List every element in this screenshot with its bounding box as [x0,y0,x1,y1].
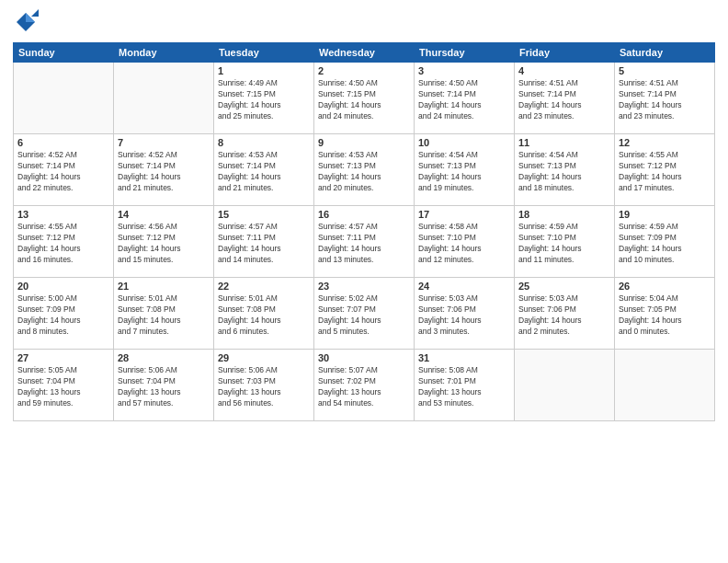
day-number: 6 [17,137,109,148]
day-info: Sunrise: 4:50 AM Sunset: 7:15 PM Dayligh… [318,78,410,122]
day-number: 3 [418,65,510,76]
logo [13,9,42,35]
week-row-2: 6Sunrise: 4:52 AM Sunset: 7:14 PM Daylig… [14,134,715,206]
calendar-cell: 13Sunrise: 4:55 AM Sunset: 7:12 PM Dayli… [14,206,114,278]
calendar-table: SundayMondayTuesdayWednesdayThursdayFrid… [13,42,715,421]
day-number: 18 [518,209,610,220]
calendar-cell: 29Sunrise: 5:06 AM Sunset: 7:03 PM Dayli… [214,350,314,421]
day-info: Sunrise: 4:59 AM Sunset: 7:09 PM Dayligh… [619,222,711,266]
calendar-cell: 31Sunrise: 5:08 AM Sunset: 7:01 PM Dayli… [415,350,515,421]
day-info: Sunrise: 5:04 AM Sunset: 7:05 PM Dayligh… [619,293,711,338]
weekday-header-monday: Monday [114,43,214,63]
calendar-cell: 26Sunrise: 5:04 AM Sunset: 7:05 PM Dayli… [615,278,715,350]
calendar-cell: 24Sunrise: 5:03 AM Sunset: 7:06 PM Dayli… [415,278,515,350]
calendar-cell: 3Sunrise: 4:50 AM Sunset: 7:14 PM Daylig… [415,63,515,134]
day-number: 11 [518,137,610,148]
weekday-header-row: SundayMondayTuesdayWednesdayThursdayFrid… [14,43,715,63]
day-number: 7 [118,137,210,148]
day-info: Sunrise: 4:53 AM Sunset: 7:14 PM Dayligh… [218,150,310,194]
day-number: 14 [118,209,210,220]
day-info: Sunrise: 5:01 AM Sunset: 7:08 PM Dayligh… [118,293,210,338]
day-number: 17 [418,209,510,220]
calendar-cell: 11Sunrise: 4:54 AM Sunset: 7:13 PM Dayli… [515,134,615,206]
day-number: 8 [218,137,310,148]
day-number: 23 [318,281,410,292]
calendar-cell: 20Sunrise: 5:00 AM Sunset: 7:09 PM Dayli… [14,278,114,350]
day-number: 22 [218,281,310,292]
calendar-cell: 12Sunrise: 4:55 AM Sunset: 7:12 PM Dayli… [615,134,715,206]
day-info: Sunrise: 4:49 AM Sunset: 7:15 PM Dayligh… [218,78,310,122]
day-number: 20 [17,281,109,292]
day-info: Sunrise: 4:55 AM Sunset: 7:12 PM Dayligh… [619,150,711,194]
day-info: Sunrise: 5:05 AM Sunset: 7:04 PM Dayligh… [17,365,109,409]
day-number: 9 [318,137,410,148]
day-number: 15 [218,209,310,220]
day-number: 28 [118,352,210,363]
calendar-cell: 1Sunrise: 4:49 AM Sunset: 7:15 PM Daylig… [214,63,314,134]
day-info: Sunrise: 4:59 AM Sunset: 7:10 PM Dayligh… [518,222,610,266]
weekday-header-friday: Friday [515,43,615,63]
day-info: Sunrise: 5:08 AM Sunset: 7:01 PM Dayligh… [418,365,510,409]
day-info: Sunrise: 4:52 AM Sunset: 7:14 PM Dayligh… [17,150,109,194]
calendar-cell: 18Sunrise: 4:59 AM Sunset: 7:10 PM Dayli… [515,206,615,278]
week-row-5: 27Sunrise: 5:05 AM Sunset: 7:04 PM Dayli… [14,350,715,421]
calendar-cell: 28Sunrise: 5:06 AM Sunset: 7:04 PM Dayli… [114,350,214,421]
day-number: 2 [318,65,410,76]
calendar-cell: 5Sunrise: 4:51 AM Sunset: 7:14 PM Daylig… [615,63,715,134]
day-number: 5 [619,65,711,76]
calendar-cell [14,63,114,134]
calendar-cell [615,350,715,421]
day-number: 26 [619,281,711,292]
day-number: 27 [17,352,109,363]
calendar-cell: 4Sunrise: 4:51 AM Sunset: 7:14 PM Daylig… [515,63,615,134]
day-info: Sunrise: 5:01 AM Sunset: 7:08 PM Dayligh… [218,293,310,338]
calendar-cell: 30Sunrise: 5:07 AM Sunset: 7:02 PM Dayli… [314,350,415,421]
calendar-cell: 9Sunrise: 4:53 AM Sunset: 7:13 PM Daylig… [314,134,415,206]
calendar-cell: 7Sunrise: 4:52 AM Sunset: 7:14 PM Daylig… [114,134,214,206]
calendar-cell: 17Sunrise: 4:58 AM Sunset: 7:10 PM Dayli… [415,206,515,278]
day-info: Sunrise: 4:57 AM Sunset: 7:11 PM Dayligh… [318,222,410,266]
day-info: Sunrise: 4:54 AM Sunset: 7:13 PM Dayligh… [418,150,510,194]
calendar-cell: 14Sunrise: 4:56 AM Sunset: 7:12 PM Dayli… [114,206,214,278]
week-row-1: 1Sunrise: 4:49 AM Sunset: 7:15 PM Daylig… [14,63,715,134]
week-row-3: 13Sunrise: 4:55 AM Sunset: 7:12 PM Dayli… [14,206,715,278]
calendar-cell [515,350,615,421]
day-info: Sunrise: 4:58 AM Sunset: 7:10 PM Dayligh… [418,222,510,266]
weekday-header-sunday: Sunday [14,43,114,63]
logo-icon [13,9,39,35]
day-info: Sunrise: 5:06 AM Sunset: 7:04 PM Dayligh… [118,365,210,409]
weekday-header-saturday: Saturday [615,43,715,63]
day-info: Sunrise: 4:50 AM Sunset: 7:14 PM Dayligh… [418,78,510,122]
calendar-cell: 27Sunrise: 5:05 AM Sunset: 7:04 PM Dayli… [14,350,114,421]
weekday-header-tuesday: Tuesday [214,43,314,63]
day-number: 10 [418,137,510,148]
calendar-cell: 15Sunrise: 4:57 AM Sunset: 7:11 PM Dayli… [214,206,314,278]
calendar-cell: 16Sunrise: 4:57 AM Sunset: 7:11 PM Dayli… [314,206,415,278]
day-number: 12 [619,137,711,148]
day-number: 1 [218,65,310,76]
calendar-cell: 2Sunrise: 4:50 AM Sunset: 7:15 PM Daylig… [314,63,415,134]
day-number: 30 [318,352,410,363]
day-number: 29 [218,352,310,363]
page: SundayMondayTuesdayWednesdayThursdayFrid… [0,0,728,563]
day-number: 16 [318,209,410,220]
weekday-header-wednesday: Wednesday [314,43,415,63]
calendar-cell: 23Sunrise: 5:02 AM Sunset: 7:07 PM Dayli… [314,278,415,350]
day-info: Sunrise: 5:03 AM Sunset: 7:06 PM Dayligh… [518,293,610,338]
day-number: 19 [619,209,711,220]
day-info: Sunrise: 5:07 AM Sunset: 7:02 PM Dayligh… [318,365,410,409]
calendar-cell: 19Sunrise: 4:59 AM Sunset: 7:09 PM Dayli… [615,206,715,278]
day-info: Sunrise: 4:53 AM Sunset: 7:13 PM Dayligh… [318,150,410,194]
header [13,9,715,35]
day-info: Sunrise: 4:55 AM Sunset: 7:12 PM Dayligh… [17,222,109,266]
day-number: 24 [418,281,510,292]
calendar-cell: 22Sunrise: 5:01 AM Sunset: 7:08 PM Dayli… [214,278,314,350]
day-info: Sunrise: 4:57 AM Sunset: 7:11 PM Dayligh… [218,222,310,266]
day-info: Sunrise: 5:06 AM Sunset: 7:03 PM Dayligh… [218,365,310,409]
calendar-cell: 8Sunrise: 4:53 AM Sunset: 7:14 PM Daylig… [214,134,314,206]
day-info: Sunrise: 4:52 AM Sunset: 7:14 PM Dayligh… [118,150,210,194]
day-info: Sunrise: 4:56 AM Sunset: 7:12 PM Dayligh… [118,222,210,266]
day-info: Sunrise: 5:02 AM Sunset: 7:07 PM Dayligh… [318,293,410,338]
day-info: Sunrise: 5:00 AM Sunset: 7:09 PM Dayligh… [17,293,109,338]
day-number: 4 [518,65,610,76]
